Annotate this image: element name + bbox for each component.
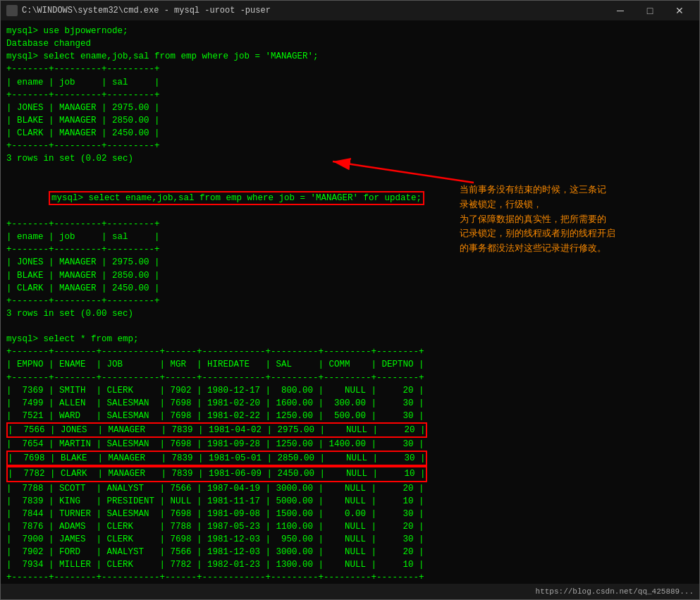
- emp-row-7499: | 7499 | ALLEN | SALESMAN | 7698 | 1981-…: [6, 397, 694, 410]
- emp-row-7654: | 7654 | MARTIN | SALESMAN | 7698 | 1981…: [6, 438, 694, 451]
- emp-row-7839: | 7839 | KING | PRESIDENT | NULL | 1981-…: [6, 495, 694, 508]
- emp-row-7521: | 7521 | WARD | SALESMAN | 7698 | 1981-0…: [6, 410, 694, 422]
- terminal: mysql> use bjpowernode; Database changed…: [1, 20, 699, 584]
- emp-row-7698: | 7698 | BLAKE | MANAGER | 7839 | 1981-0…: [6, 451, 427, 466]
- emp-row-7844: | 7844 | TURNER | SALESMAN | 7698 | 1981…: [6, 508, 694, 520]
- table-header-1: | ename | job | sal |: [6, 76, 694, 89]
- table-row-1-1: | JONES | MANAGER | 2975.00 |: [6, 102, 694, 114]
- titlebar-left: C:\WINDOWS\system32\cmd.exe - mysql -uro…: [6, 5, 271, 16]
- footer-bar: https://blog.csdn.net/qq_425889...: [1, 584, 699, 599]
- blank-1: [6, 165, 694, 178]
- minimize-button[interactable]: ─: [606, 4, 634, 18]
- line-3: mysql> select ename,job,sal from emp whe…: [6, 50, 694, 63]
- titlebar-controls[interactable]: ─ □ ✕: [606, 4, 694, 18]
- line-query3: mysql> select * from emp;: [6, 333, 694, 345]
- maximize-button[interactable]: □: [636, 4, 664, 18]
- line-2: Database changed: [6, 37, 694, 50]
- result-2: 3 rows in set (0.00 sec): [6, 307, 694, 320]
- table-border-6: +-------+---------+---------+: [6, 295, 694, 307]
- emp-row-7369: | 7369 | SMITH | CLERK | 7902 | 1980-12-…: [6, 384, 694, 397]
- line-query2: mysql> select ename,job,sal from emp whe…: [6, 178, 694, 219]
- table-header-2: | ename | job | sal |: [6, 231, 694, 243]
- line-1: mysql> use bjpowernode;: [6, 25, 694, 37]
- emp-row-7934: | 7934 | MILLER | CLERK | 7782 | 1982-01…: [6, 558, 694, 571]
- window: C:\WINDOWS\system32\cmd.exe - mysql -uro…: [0, 0, 700, 600]
- table-row-2-3: | CLARK | MANAGER | 2450.00 |: [6, 282, 694, 295]
- close-button[interactable]: ✕: [665, 4, 694, 18]
- emp-border-2: +-------+--------+-----------+------+---…: [6, 372, 694, 384]
- emp-border-top: +-------+--------+-----------+------+---…: [6, 345, 694, 358]
- table-border-4: +-------+---------+---------+: [6, 218, 694, 231]
- titlebar-title: C:\WINDOWS\system32\cmd.exe - mysql -uro…: [22, 6, 271, 16]
- emp-row-7788: | 7788 | SCOTT | ANALYST | 7566 | 1987-0…: [6, 482, 694, 495]
- cmd-icon: [6, 5, 18, 16]
- emp-row-7902: | 7902 | FORD | ANALYST | 7566 | 1981-12…: [6, 546, 694, 558]
- table-row-2-1: | JONES | MANAGER | 2975.00 |: [6, 256, 694, 269]
- emp-row-7566: | 7566 | JONES | MANAGER | 7839 | 1981-0…: [6, 422, 427, 438]
- table-row-1-3: | CLARK | MANAGER | 2450.00 |: [6, 127, 694, 140]
- terminal-output: mysql> use bjpowernode; Database changed…: [6, 25, 694, 584]
- footer-url: https://blog.csdn.net/qq_425889...: [536, 587, 694, 596]
- table-border-2: +-------+---------+---------+: [6, 89, 694, 102]
- emp-border-bottom: +-------+--------+-----------+------+---…: [6, 571, 694, 584]
- emp-row-7876: | 7876 | ADAMS | CLERK | 7788 | 1987-05-…: [6, 520, 694, 533]
- table-row-2-2: | BLAKE | MANAGER | 2850.00 |: [6, 269, 694, 282]
- blank-2: [6, 320, 694, 333]
- table-border-3: +-------+---------+---------+: [6, 140, 694, 152]
- emp-row-7900: | 7900 | JAMES | CLERK | 7698 | 1981-12-…: [6, 533, 694, 546]
- table-border-1: +-------+---------+---------+: [6, 63, 694, 75]
- titlebar: C:\WINDOWS\system32\cmd.exe - mysql -uro…: [1, 1, 699, 20]
- result-1: 3 rows in set (0.02 sec): [6, 152, 694, 165]
- emp-row-7782: | 7782 | CLARK | MANAGER | 7839 | 1981-0…: [6, 466, 427, 482]
- table-border-5: +-------+---------+---------+: [6, 243, 694, 256]
- emp-header: | EMPNO | ENAME | JOB | MGR | HIREDATE |…: [6, 358, 694, 371]
- table-row-1-2: | BLAKE | MANAGER | 2850.00 |: [6, 114, 694, 127]
